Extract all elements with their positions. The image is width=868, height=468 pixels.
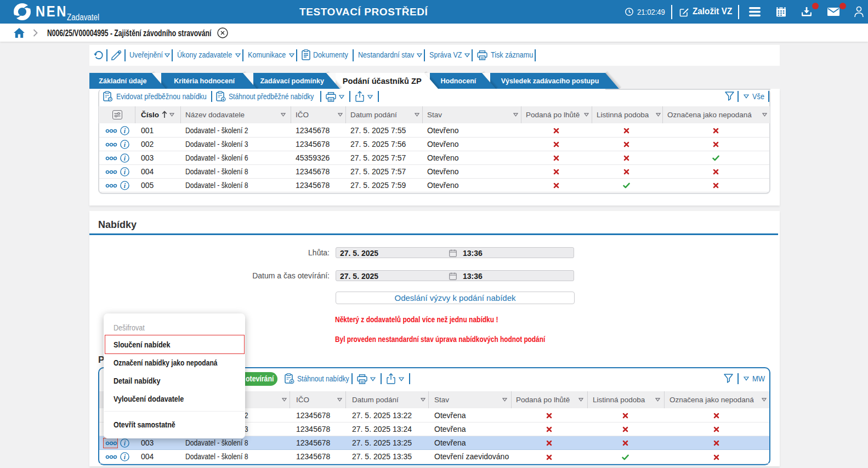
svg-text:i: i: [124, 155, 126, 162]
svg-text:i: i: [124, 440, 126, 447]
svg-text:i: i: [124, 127, 126, 134]
svg-text:i: i: [124, 168, 126, 176]
svg-text:i: i: [124, 182, 126, 190]
svg-text:i: i: [124, 140, 126, 148]
svg-text:i: i: [124, 453, 126, 461]
